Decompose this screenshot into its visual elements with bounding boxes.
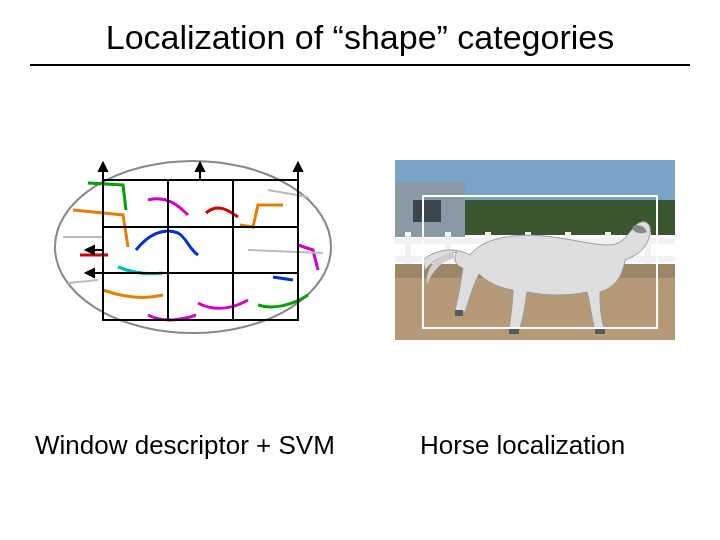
svg-marker-15 [86,269,94,277]
descriptor-diagram [48,155,338,340]
figure-window-descriptor [48,155,338,340]
svg-point-0 [55,161,331,333]
slide-title: Localization of “shape” categories [0,18,720,57]
svg-rect-31 [455,310,463,316]
svg-rect-22 [405,232,411,268]
caption-left: Window descriptor + SVM [35,430,335,461]
svg-marker-9 [196,163,204,171]
horse-photo [395,160,675,340]
svg-rect-19 [413,200,441,222]
svg-marker-11 [294,163,302,171]
caption-right: Horse localization [420,430,625,461]
title-underline [30,64,690,66]
figure-horse-localization [395,160,675,340]
svg-marker-7 [99,163,107,171]
svg-marker-13 [86,246,94,254]
